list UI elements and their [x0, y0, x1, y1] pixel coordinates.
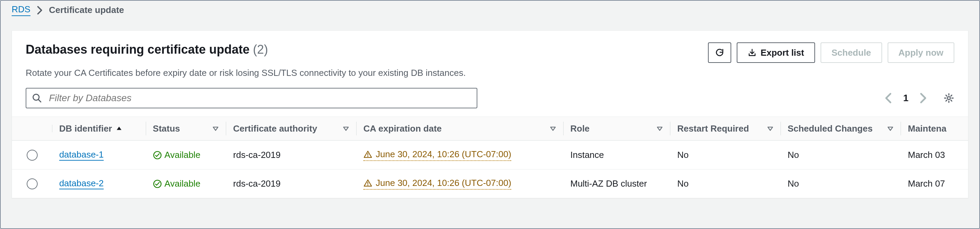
ca-cell: rds-ca-2019 — [226, 144, 356, 166]
db-identifier-cell: database-2 — [52, 172, 146, 196]
download-icon — [748, 48, 757, 57]
settings-button[interactable] — [943, 93, 955, 104]
ca-cell: rds-ca-2019 — [226, 172, 356, 195]
warning-icon — [363, 150, 372, 159]
table-header-row: DB identifier Status Certificate authori… — [12, 117, 968, 141]
export-list-button[interactable]: Export list — [737, 43, 815, 63]
db-identifier-link[interactable]: database-1 — [59, 149, 104, 161]
col-db-identifier-label: DB identifier — [59, 123, 112, 134]
panel-description: Rotate your CA Certificates before expir… — [12, 63, 968, 78]
col-status-label: Status — [153, 123, 180, 134]
table-toolbar: 1 — [12, 78, 968, 117]
search-icon — [32, 93, 42, 103]
db-identifier-cell: database-1 — [52, 143, 146, 167]
certificate-update-panel: Databases requiring certificate update (… — [12, 30, 968, 198]
refresh-button[interactable] — [708, 43, 731, 63]
maintenance-cell: March 03 — [901, 144, 968, 166]
pager-page: 1 — [903, 93, 908, 104]
panel-count: (2) — [253, 43, 268, 57]
schedule-button[interactable]: Schedule — [821, 43, 882, 63]
col-status[interactable]: Status — [146, 117, 226, 140]
check-circle-icon — [153, 179, 162, 188]
status-text: Available — [165, 178, 200, 189]
expiration-text: June 30, 2024, 10:26 (UTC-07:00) — [376, 178, 511, 188]
select-all-header — [12, 122, 52, 135]
col-certificate-authority[interactable]: Certificate authority — [226, 117, 356, 140]
status-badge: Available — [153, 178, 200, 189]
role-cell: Multi-AZ DB cluster — [563, 172, 671, 195]
expiration-warning[interactable]: June 30, 2024, 10:26 (UTC-07:00) — [363, 178, 511, 190]
maintenance-cell: March 07 — [901, 172, 968, 195]
col-restart-required[interactable]: Restart Required — [670, 117, 781, 140]
status-text: Available — [165, 150, 200, 160]
apply-now-button[interactable]: Apply now — [888, 43, 955, 63]
svg-point-3 — [368, 156, 369, 157]
col-role-label: Role — [570, 123, 590, 134]
col-restart-label: Restart Required — [677, 123, 749, 134]
col-ca-label: Certificate authority — [233, 123, 317, 134]
filter-icon — [342, 125, 350, 132]
panel-header: Databases requiring certificate update (… — [12, 31, 968, 63]
col-scheduled-changes[interactable]: Scheduled Changes — [781, 117, 901, 140]
breadcrumb-root-link[interactable]: RDS — [12, 4, 30, 16]
db-identifier-link[interactable]: database-2 — [59, 178, 104, 190]
row-select-radio[interactable] — [27, 150, 38, 161]
restart-cell: No — [670, 144, 781, 166]
export-list-label: Export list — [760, 47, 804, 58]
check-circle-icon — [153, 151, 162, 160]
status-cell: Available — [146, 144, 226, 166]
scheduled-cell: No — [781, 172, 901, 195]
row-select-cell — [12, 172, 52, 196]
status-badge: Available — [153, 150, 200, 160]
warning-icon — [363, 179, 372, 188]
col-maintenance[interactable]: Maintena — [901, 117, 968, 140]
pager-prev[interactable] — [885, 92, 892, 104]
filter-input[interactable] — [25, 88, 477, 108]
filter-icon — [886, 125, 894, 132]
apply-now-label: Apply now — [899, 47, 943, 58]
col-maint-label: Maintena — [908, 123, 947, 134]
table-row: database-2 Available rds-ca-2019 — [12, 169, 968, 198]
pager-next[interactable] — [920, 92, 927, 104]
panel-title: Databases requiring certificate update — [25, 43, 250, 57]
filter-icon — [656, 125, 663, 132]
col-exp-label: CA expiration date — [363, 123, 442, 134]
row-select-radio[interactable] — [27, 178, 38, 190]
breadcrumb-current: Certificate update — [49, 5, 124, 15]
filter-icon — [767, 125, 774, 132]
col-sched-label: Scheduled Changes — [788, 123, 873, 134]
chevron-right-icon — [37, 5, 43, 15]
sort-asc-icon — [115, 125, 123, 132]
refresh-icon — [715, 48, 724, 57]
restart-cell: No — [670, 172, 781, 195]
header-actions: Export list Schedule Apply now — [708, 43, 955, 63]
row-select-cell — [12, 144, 52, 167]
breadcrumb: RDS Certificate update — [1, 1, 979, 17]
svg-point-1 — [948, 97, 951, 100]
page-frame: RDS Certificate update Databases requiri… — [0, 0, 980, 229]
expiration-warning[interactable]: June 30, 2024, 10:26 (UTC-07:00) — [363, 149, 511, 161]
svg-point-5 — [368, 185, 369, 186]
status-cell: Available — [146, 172, 226, 195]
table-row: database-1 Available rds-ca-2019 — [12, 141, 968, 169]
pager: 1 — [885, 92, 955, 104]
scheduled-cell: No — [781, 144, 901, 166]
schedule-label: Schedule — [832, 47, 871, 58]
expiration-text: June 30, 2024, 10:26 (UTC-07:00) — [376, 149, 511, 160]
col-ca-expiration[interactable]: CA expiration date — [356, 117, 563, 140]
col-role[interactable]: Role — [563, 117, 671, 140]
databases-table: DB identifier Status Certificate authori… — [12, 117, 968, 198]
filter-icon — [549, 125, 557, 132]
expiration-cell: June 30, 2024, 10:26 (UTC-07:00) — [356, 172, 563, 196]
role-cell: Instance — [563, 144, 671, 166]
search-wrap — [25, 88, 477, 108]
filter-icon — [212, 125, 220, 132]
gear-icon — [943, 93, 955, 104]
col-db-identifier[interactable]: DB identifier — [52, 117, 146, 140]
expiration-cell: June 30, 2024, 10:26 (UTC-07:00) — [356, 143, 563, 167]
